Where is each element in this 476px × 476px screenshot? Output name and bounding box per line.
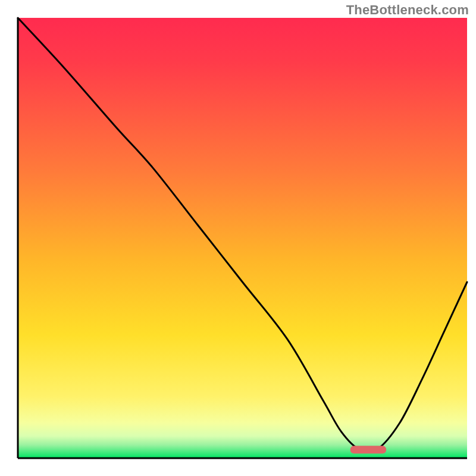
watermark-label: TheBottleneck.com xyxy=(346,2,469,18)
chart-stage: TheBottleneck.com xyxy=(0,0,476,476)
optimal-range-marker xyxy=(350,446,386,453)
gradient-background xyxy=(18,18,467,458)
bottleneck-chart xyxy=(0,0,476,476)
